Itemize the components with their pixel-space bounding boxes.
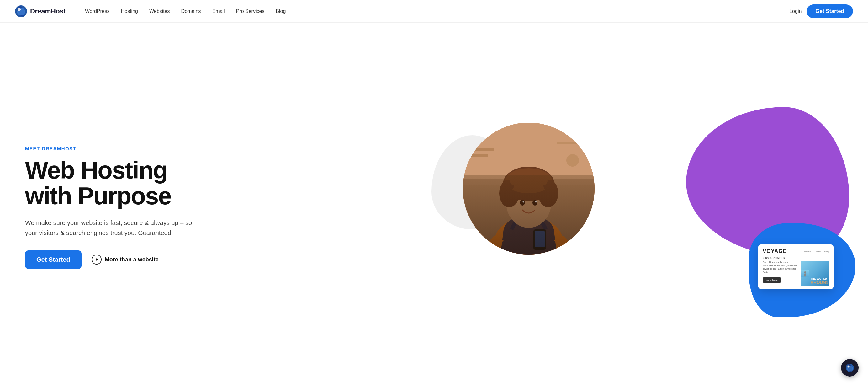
- logo[interactable]: DreamHost: [15, 5, 66, 17]
- voyage-nav-home: Home: [804, 250, 811, 253]
- svg-rect-33: [804, 274, 806, 275]
- voyage-card: VOYAGE Home Travels Blog 2022 UPDATES On…: [758, 244, 834, 289]
- nav-actions: Login Get Started: [789, 4, 853, 18]
- login-link[interactable]: Login: [789, 8, 802, 14]
- svg-point-21: [538, 176, 548, 185]
- nav-item-hosting[interactable]: Hosting: [117, 6, 143, 17]
- person-image-placeholder: [463, 123, 594, 255]
- svg-point-13: [506, 178, 551, 228]
- svg-marker-3: [96, 258, 98, 261]
- voyage-text-block: One of the most famous landmarks in the …: [763, 261, 798, 283]
- voyage-card-nav: Home Travels Blog: [804, 250, 829, 253]
- get-started-nav-button[interactable]: Get Started: [807, 4, 853, 18]
- svg-point-24: [532, 200, 537, 206]
- voyage-body-text: One of the most famous landmarks in the …: [763, 261, 798, 274]
- hero-left-content: MEET DREAMHOST Web Hosting with Purpose …: [25, 146, 450, 269]
- svg-point-18: [503, 180, 514, 191]
- hero-title-line1: Web Hosting: [25, 156, 167, 184]
- svg-point-23: [520, 200, 525, 206]
- svg-point-38: [848, 365, 850, 368]
- svg-rect-32: [804, 272, 806, 273]
- nav-item-email[interactable]: Email: [208, 6, 229, 17]
- navbar: DreamHost WordPress Hosting Websites Dom…: [0, 0, 868, 23]
- logo-text: DreamHost: [30, 7, 66, 16]
- hero-section: MEET DREAMHOST Web Hosting with Purpose …: [0, 23, 868, 386]
- more-than-label: More than a website: [105, 257, 159, 263]
- svg-rect-8: [469, 154, 488, 157]
- person-svg: [463, 123, 594, 255]
- svg-point-19: [544, 180, 555, 191]
- hero-actions: Get Started More than a website: [25, 250, 450, 269]
- hero-right-visuals: VOYAGE Home Travels Blog 2022 UPDATES On…: [450, 116, 843, 298]
- voyage-card-content: One of the most famous landmarks in the …: [758, 261, 834, 289]
- play-icon: [92, 255, 102, 265]
- eiffel-svg: [801, 261, 809, 286]
- know-more-button[interactable]: Know More: [763, 277, 781, 283]
- svg-point-26: [535, 201, 537, 203]
- nav-links: WordPress Hosting Websites Domains Email…: [81, 6, 789, 17]
- svg-point-20: [510, 176, 519, 185]
- nav-item-websites[interactable]: Websites: [145, 6, 174, 17]
- voyage-nav-blog: Blog: [824, 250, 829, 253]
- voyage-card-header: VOYAGE Home Travels Blog: [758, 244, 834, 257]
- svg-rect-6: [463, 179, 594, 255]
- svg-rect-12: [523, 212, 534, 225]
- logo-icon: [15, 5, 27, 17]
- voyage-card-title: VOYAGE: [763, 248, 787, 255]
- svg-point-11: [494, 217, 563, 255]
- dreamhost-moon-button[interactable]: [841, 359, 859, 377]
- svg-point-2: [18, 8, 21, 11]
- moon-icon: [845, 363, 854, 372]
- more-than-website-link[interactable]: More than a website: [92, 255, 159, 265]
- voyage-updates-label: 2022 UPDATES: [758, 257, 834, 261]
- svg-rect-28: [535, 231, 545, 247]
- voyage-eiffel-image: THE WORLD AROUND: [801, 261, 829, 286]
- voyage-around-label: AROUND: [810, 280, 828, 285]
- svg-point-22: [523, 172, 534, 183]
- svg-rect-7: [469, 148, 494, 151]
- svg-point-15: [499, 179, 519, 207]
- nav-item-wordpress[interactable]: WordPress: [81, 6, 114, 17]
- voyage-image-block: THE WORLD AROUND: [801, 261, 829, 286]
- get-started-hero-button[interactable]: Get Started: [25, 250, 82, 269]
- nav-item-pro-services[interactable]: Pro Services: [232, 6, 269, 17]
- svg-rect-34: [804, 271, 806, 272]
- hero-title-line2: with Purpose: [25, 182, 171, 210]
- nav-item-blog[interactable]: Blog: [271, 6, 290, 17]
- voyage-world-text-block: THE WORLD AROUND: [809, 276, 829, 286]
- svg-point-25: [523, 201, 524, 203]
- meet-dreamhost-label: MEET DREAMHOST: [25, 146, 450, 151]
- svg-rect-9: [557, 142, 582, 144]
- svg-rect-27: [533, 229, 546, 250]
- voyage-nav-travels: Travels: [813, 250, 822, 253]
- hero-description: We make sure your website is fast, secur…: [25, 218, 201, 238]
- svg-point-16: [538, 179, 558, 207]
- svg-point-10: [566, 154, 579, 167]
- nav-item-domains[interactable]: Domains: [177, 6, 205, 17]
- hero-title: Web Hosting with Purpose: [25, 157, 450, 209]
- hero-circle-image: [463, 123, 594, 255]
